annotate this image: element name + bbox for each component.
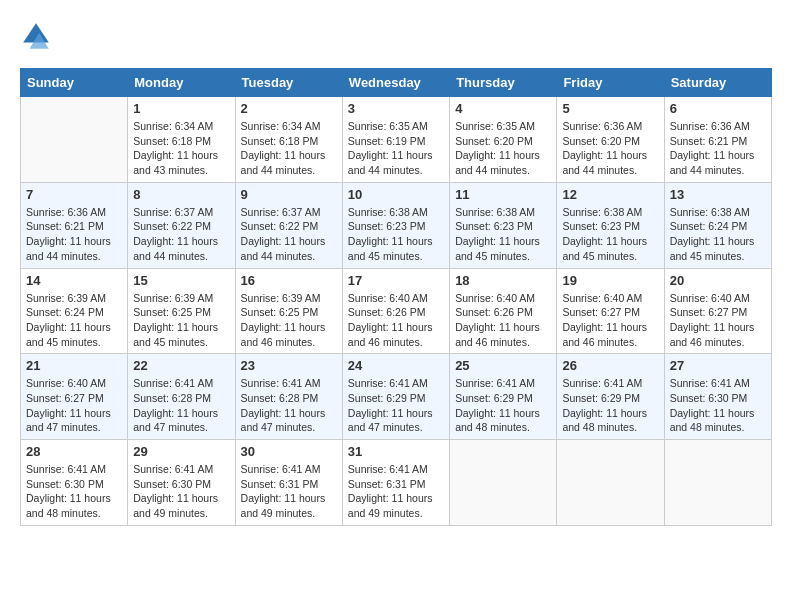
day-cell: 3Sunrise: 6:35 AMSunset: 6:19 PMDaylight… xyxy=(342,97,449,183)
day-info: Sunrise: 6:41 AMSunset: 6:30 PMDaylight:… xyxy=(670,376,766,435)
day-number: 12 xyxy=(562,187,658,202)
day-header-saturday: Saturday xyxy=(664,69,771,97)
day-info: Sunrise: 6:41 AMSunset: 6:28 PMDaylight:… xyxy=(241,376,337,435)
day-number: 23 xyxy=(241,358,337,373)
day-header-friday: Friday xyxy=(557,69,664,97)
week-row-4: 21Sunrise: 6:40 AMSunset: 6:27 PMDayligh… xyxy=(21,354,772,440)
day-number: 18 xyxy=(455,273,551,288)
day-info: Sunrise: 6:41 AMSunset: 6:31 PMDaylight:… xyxy=(348,462,444,521)
day-info: Sunrise: 6:40 AMSunset: 6:27 PMDaylight:… xyxy=(670,291,766,350)
day-info: Sunrise: 6:40 AMSunset: 6:27 PMDaylight:… xyxy=(562,291,658,350)
day-cell: 9Sunrise: 6:37 AMSunset: 6:22 PMDaylight… xyxy=(235,182,342,268)
day-info: Sunrise: 6:41 AMSunset: 6:31 PMDaylight:… xyxy=(241,462,337,521)
day-cell: 21Sunrise: 6:40 AMSunset: 6:27 PMDayligh… xyxy=(21,354,128,440)
day-cell: 23Sunrise: 6:41 AMSunset: 6:28 PMDayligh… xyxy=(235,354,342,440)
day-number: 28 xyxy=(26,444,122,459)
page-header xyxy=(20,20,772,52)
day-number: 21 xyxy=(26,358,122,373)
day-header-thursday: Thursday xyxy=(450,69,557,97)
day-info: Sunrise: 6:36 AMSunset: 6:21 PMDaylight:… xyxy=(26,205,122,264)
day-info: Sunrise: 6:38 AMSunset: 6:24 PMDaylight:… xyxy=(670,205,766,264)
day-number: 6 xyxy=(670,101,766,116)
day-cell: 10Sunrise: 6:38 AMSunset: 6:23 PMDayligh… xyxy=(342,182,449,268)
day-cell: 4Sunrise: 6:35 AMSunset: 6:20 PMDaylight… xyxy=(450,97,557,183)
day-cell xyxy=(21,97,128,183)
day-cell: 13Sunrise: 6:38 AMSunset: 6:24 PMDayligh… xyxy=(664,182,771,268)
day-cell xyxy=(664,440,771,526)
day-info: Sunrise: 6:37 AMSunset: 6:22 PMDaylight:… xyxy=(241,205,337,264)
day-info: Sunrise: 6:38 AMSunset: 6:23 PMDaylight:… xyxy=(348,205,444,264)
day-cell xyxy=(450,440,557,526)
day-info: Sunrise: 6:39 AMSunset: 6:25 PMDaylight:… xyxy=(133,291,229,350)
day-number: 17 xyxy=(348,273,444,288)
day-number: 30 xyxy=(241,444,337,459)
day-cell: 28Sunrise: 6:41 AMSunset: 6:30 PMDayligh… xyxy=(21,440,128,526)
day-cell: 31Sunrise: 6:41 AMSunset: 6:31 PMDayligh… xyxy=(342,440,449,526)
day-cell: 25Sunrise: 6:41 AMSunset: 6:29 PMDayligh… xyxy=(450,354,557,440)
calendar-table: SundayMondayTuesdayWednesdayThursdayFrid… xyxy=(20,68,772,526)
day-info: Sunrise: 6:38 AMSunset: 6:23 PMDaylight:… xyxy=(562,205,658,264)
day-number: 16 xyxy=(241,273,337,288)
day-number: 22 xyxy=(133,358,229,373)
day-info: Sunrise: 6:35 AMSunset: 6:19 PMDaylight:… xyxy=(348,119,444,178)
week-row-5: 28Sunrise: 6:41 AMSunset: 6:30 PMDayligh… xyxy=(21,440,772,526)
day-number: 19 xyxy=(562,273,658,288)
day-info: Sunrise: 6:34 AMSunset: 6:18 PMDaylight:… xyxy=(241,119,337,178)
day-header-sunday: Sunday xyxy=(21,69,128,97)
day-number: 26 xyxy=(562,358,658,373)
day-number: 8 xyxy=(133,187,229,202)
day-number: 13 xyxy=(670,187,766,202)
day-info: Sunrise: 6:41 AMSunset: 6:30 PMDaylight:… xyxy=(133,462,229,521)
week-row-2: 7Sunrise: 6:36 AMSunset: 6:21 PMDaylight… xyxy=(21,182,772,268)
day-cell: 19Sunrise: 6:40 AMSunset: 6:27 PMDayligh… xyxy=(557,268,664,354)
day-cell: 6Sunrise: 6:36 AMSunset: 6:21 PMDaylight… xyxy=(664,97,771,183)
day-info: Sunrise: 6:40 AMSunset: 6:27 PMDaylight:… xyxy=(26,376,122,435)
day-info: Sunrise: 6:40 AMSunset: 6:26 PMDaylight:… xyxy=(348,291,444,350)
week-row-3: 14Sunrise: 6:39 AMSunset: 6:24 PMDayligh… xyxy=(21,268,772,354)
day-cell: 30Sunrise: 6:41 AMSunset: 6:31 PMDayligh… xyxy=(235,440,342,526)
day-info: Sunrise: 6:36 AMSunset: 6:20 PMDaylight:… xyxy=(562,119,658,178)
day-number: 29 xyxy=(133,444,229,459)
day-cell: 17Sunrise: 6:40 AMSunset: 6:26 PMDayligh… xyxy=(342,268,449,354)
day-header-monday: Monday xyxy=(128,69,235,97)
day-number: 4 xyxy=(455,101,551,116)
day-info: Sunrise: 6:36 AMSunset: 6:21 PMDaylight:… xyxy=(670,119,766,178)
day-info: Sunrise: 6:37 AMSunset: 6:22 PMDaylight:… xyxy=(133,205,229,264)
day-cell: 16Sunrise: 6:39 AMSunset: 6:25 PMDayligh… xyxy=(235,268,342,354)
day-cell: 12Sunrise: 6:38 AMSunset: 6:23 PMDayligh… xyxy=(557,182,664,268)
day-number: 5 xyxy=(562,101,658,116)
day-cell: 14Sunrise: 6:39 AMSunset: 6:24 PMDayligh… xyxy=(21,268,128,354)
day-cell: 1Sunrise: 6:34 AMSunset: 6:18 PMDaylight… xyxy=(128,97,235,183)
day-cell: 27Sunrise: 6:41 AMSunset: 6:30 PMDayligh… xyxy=(664,354,771,440)
day-cell: 5Sunrise: 6:36 AMSunset: 6:20 PMDaylight… xyxy=(557,97,664,183)
day-info: Sunrise: 6:38 AMSunset: 6:23 PMDaylight:… xyxy=(455,205,551,264)
day-number: 2 xyxy=(241,101,337,116)
day-cell: 26Sunrise: 6:41 AMSunset: 6:29 PMDayligh… xyxy=(557,354,664,440)
day-info: Sunrise: 6:39 AMSunset: 6:25 PMDaylight:… xyxy=(241,291,337,350)
day-cell: 22Sunrise: 6:41 AMSunset: 6:28 PMDayligh… xyxy=(128,354,235,440)
day-cell xyxy=(557,440,664,526)
day-info: Sunrise: 6:39 AMSunset: 6:24 PMDaylight:… xyxy=(26,291,122,350)
day-number: 14 xyxy=(26,273,122,288)
day-cell: 2Sunrise: 6:34 AMSunset: 6:18 PMDaylight… xyxy=(235,97,342,183)
day-cell: 18Sunrise: 6:40 AMSunset: 6:26 PMDayligh… xyxy=(450,268,557,354)
day-cell: 8Sunrise: 6:37 AMSunset: 6:22 PMDaylight… xyxy=(128,182,235,268)
day-info: Sunrise: 6:41 AMSunset: 6:29 PMDaylight:… xyxy=(562,376,658,435)
day-info: Sunrise: 6:41 AMSunset: 6:29 PMDaylight:… xyxy=(348,376,444,435)
day-number: 7 xyxy=(26,187,122,202)
day-cell: 29Sunrise: 6:41 AMSunset: 6:30 PMDayligh… xyxy=(128,440,235,526)
day-header-wednesday: Wednesday xyxy=(342,69,449,97)
day-number: 25 xyxy=(455,358,551,373)
day-number: 3 xyxy=(348,101,444,116)
day-number: 1 xyxy=(133,101,229,116)
days-header-row: SundayMondayTuesdayWednesdayThursdayFrid… xyxy=(21,69,772,97)
day-info: Sunrise: 6:41 AMSunset: 6:28 PMDaylight:… xyxy=(133,376,229,435)
day-number: 31 xyxy=(348,444,444,459)
day-cell: 11Sunrise: 6:38 AMSunset: 6:23 PMDayligh… xyxy=(450,182,557,268)
day-number: 11 xyxy=(455,187,551,202)
week-row-1: 1Sunrise: 6:34 AMSunset: 6:18 PMDaylight… xyxy=(21,97,772,183)
day-cell: 7Sunrise: 6:36 AMSunset: 6:21 PMDaylight… xyxy=(21,182,128,268)
day-number: 10 xyxy=(348,187,444,202)
day-info: Sunrise: 6:34 AMSunset: 6:18 PMDaylight:… xyxy=(133,119,229,178)
day-info: Sunrise: 6:35 AMSunset: 6:20 PMDaylight:… xyxy=(455,119,551,178)
